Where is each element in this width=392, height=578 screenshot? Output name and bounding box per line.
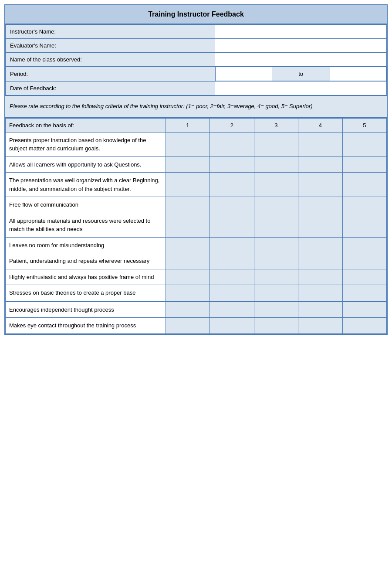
class-row: Name of the class observed: <box>6 53 387 67</box>
score-col4[interactable] <box>298 269 343 285</box>
score-col3[interactable] <box>254 132 298 156</box>
evaluator-name-label: Evaluator's Name: <box>6 39 215 53</box>
table-row: Highly enthusiastic and always has posit… <box>6 269 387 285</box>
rating-table: Feedback on the basis of: 1 2 3 4 5 Pres… <box>5 118 387 301</box>
class-observed-value[interactable] <box>215 53 387 67</box>
last-score-col2[interactable] <box>210 318 254 334</box>
criteria-note: Please rate according to the following c… <box>5 95 387 118</box>
score-col2[interactable] <box>210 253 254 269</box>
score-col1[interactable] <box>166 173 210 197</box>
table-header-row: Feedback on the basis of: 1 2 3 4 5 <box>6 118 387 132</box>
last-score-col5[interactable] <box>342 318 387 334</box>
col2-header: 2 <box>210 118 254 132</box>
table-row: Presents proper instruction based on kno… <box>6 132 387 156</box>
form-container: Training Instructor Feedback Instructor'… <box>4 4 388 335</box>
info-section: Instructor's Name: Evaluator's Name: Nam… <box>5 24 387 95</box>
last-score-col4[interactable] <box>298 302 343 318</box>
last-score-col2[interactable] <box>210 302 254 318</box>
form-title: Training Instructor Feedback <box>5 5 387 24</box>
last-table-row: Encourages independent thought process <box>6 302 387 318</box>
score-col5[interactable] <box>342 213 387 237</box>
feedback-item: Free flow of communication <box>6 197 166 213</box>
period-row: Period: to <box>6 67 387 82</box>
feedback-item: Patient, understanding and repeats where… <box>6 253 166 269</box>
score-col5[interactable] <box>342 132 387 156</box>
score-col4[interactable] <box>298 285 343 301</box>
last-score-col5[interactable] <box>342 302 387 318</box>
feedback-item: All appropriate materials and resources … <box>6 213 166 237</box>
instructor-row: Instructor's Name: <box>6 25 387 39</box>
score-col3[interactable] <box>254 156 298 173</box>
score-col1[interactable] <box>166 237 210 253</box>
instructor-name-value[interactable] <box>215 25 387 39</box>
score-col4[interactable] <box>298 197 343 213</box>
score-col3[interactable] <box>254 285 298 301</box>
score-col2[interactable] <box>210 173 254 197</box>
score-col1[interactable] <box>166 132 210 156</box>
score-col3[interactable] <box>254 173 298 197</box>
score-col5[interactable] <box>342 156 387 173</box>
last-table-row: Makes eye contact throughout the trainin… <box>6 318 387 334</box>
col4-header: 4 <box>298 118 343 132</box>
score-col3[interactable] <box>254 237 298 253</box>
score-col2[interactable] <box>210 213 254 237</box>
date-label: Date of Feedback: <box>6 82 215 95</box>
score-col4[interactable] <box>298 156 343 173</box>
last-items-table: Encourages independent thought processMa… <box>5 301 387 334</box>
score-col4[interactable] <box>298 213 343 237</box>
score-col5[interactable] <box>342 285 387 301</box>
score-col1[interactable] <box>166 253 210 269</box>
period-to-label: to <box>272 67 330 81</box>
table-row: The presentation was well organized with… <box>6 173 387 197</box>
evaluator-row: Evaluator's Name: <box>6 39 387 53</box>
score-col1[interactable] <box>166 285 210 301</box>
last-feedback-item: Encourages independent thought process <box>6 302 166 318</box>
date-value[interactable] <box>215 82 387 95</box>
last-score-col1[interactable] <box>166 302 210 318</box>
score-col2[interactable] <box>210 237 254 253</box>
score-col3[interactable] <box>254 197 298 213</box>
score-col4[interactable] <box>298 173 343 197</box>
last-feedback-item: Makes eye contact throughout the trainin… <box>6 318 166 334</box>
evaluator-name-value[interactable] <box>215 39 387 53</box>
score-col5[interactable] <box>342 253 387 269</box>
last-score-col3[interactable] <box>254 318 298 334</box>
score-col3[interactable] <box>254 213 298 237</box>
score-col4[interactable] <box>298 237 343 253</box>
score-col5[interactable] <box>342 197 387 213</box>
date-row: Date of Feedback: <box>6 82 387 95</box>
period-label: Period: <box>6 67 215 82</box>
last-score-col3[interactable] <box>254 302 298 318</box>
table-row: Patient, understanding and repeats where… <box>6 253 387 269</box>
instructor-name-label: Instructor's Name: <box>6 25 215 39</box>
feedback-item: Stresses on basic theories to create a p… <box>6 285 166 301</box>
score-col1[interactable] <box>166 156 210 173</box>
period-to-value[interactable] <box>330 67 386 81</box>
score-col2[interactable] <box>210 197 254 213</box>
score-col3[interactable] <box>254 253 298 269</box>
score-col5[interactable] <box>342 173 387 197</box>
score-col4[interactable] <box>298 253 343 269</box>
score-col1[interactable] <box>166 213 210 237</box>
feedback-item: Leaves no room for misunderstanding <box>6 237 166 253</box>
score-col2[interactable] <box>210 132 254 156</box>
table-row: Free flow of communication <box>6 197 387 213</box>
score-col4[interactable] <box>298 132 343 156</box>
col3-header: 3 <box>254 118 298 132</box>
score-col5[interactable] <box>342 269 387 285</box>
feedback-item: Highly enthusiastic and always has posit… <box>6 269 166 285</box>
last-score-col4[interactable] <box>298 318 343 334</box>
score-col5[interactable] <box>342 237 387 253</box>
score-col1[interactable] <box>166 197 210 213</box>
class-observed-label: Name of the class observed: <box>6 53 215 67</box>
period-from-value[interactable] <box>216 67 272 81</box>
table-row: Allows all learners with opportunity to … <box>6 156 387 173</box>
score-col2[interactable] <box>210 156 254 173</box>
score-col2[interactable] <box>210 269 254 285</box>
score-col1[interactable] <box>166 269 210 285</box>
score-col2[interactable] <box>210 285 254 301</box>
table-row: Stresses on basic theories to create a p… <box>6 285 387 301</box>
score-col3[interactable] <box>254 269 298 285</box>
feedback-item: The presentation was well organized with… <box>6 173 166 197</box>
last-score-col1[interactable] <box>166 318 210 334</box>
